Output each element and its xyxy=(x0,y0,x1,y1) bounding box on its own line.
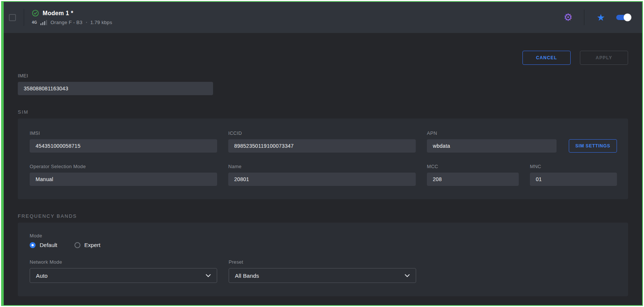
network-mode-field: Network Mode Auto xyxy=(30,259,217,283)
name-input[interactable] xyxy=(228,173,416,186)
mnc-label: MNC xyxy=(530,164,617,169)
mode-label: Mode xyxy=(30,233,617,238)
header: Modem 1 * 4G Orange F - B3 1.79 kbps ⚙ ★ xyxy=(4,2,642,33)
frequency-bands-section-label: FREQUENCY BANDS xyxy=(18,213,628,219)
mcc-field: MCC xyxy=(427,164,519,186)
apn-input[interactable] xyxy=(427,139,557,153)
radio-unselected-icon xyxy=(74,242,80,248)
imsi-input[interactable] xyxy=(30,139,217,153)
sim-settings-button[interactable]: SIM SETTINGS xyxy=(569,139,617,153)
network-mode-dropdown[interactable]: Auto xyxy=(30,268,217,283)
star-icon[interactable]: ★ xyxy=(597,13,605,22)
iccid-input[interactable] xyxy=(228,139,416,153)
select-checkbox[interactable] xyxy=(9,14,16,21)
sim-panel: IMSI ICCID APN SIM SETTINGS Operator Sel… xyxy=(18,119,628,199)
operator-selection-mode-input[interactable] xyxy=(30,173,217,186)
gear-icon[interactable]: ⚙ xyxy=(564,13,572,23)
enable-toggle[interactable] xyxy=(616,15,630,20)
toggle-knob xyxy=(624,14,631,21)
apn-label: APN xyxy=(427,130,557,136)
name-field: Name xyxy=(228,164,416,186)
preset-field: Preset All Bands xyxy=(229,259,416,283)
header-divider xyxy=(24,9,24,26)
preset-label: Preset xyxy=(229,259,416,265)
check-circle-icon xyxy=(32,10,39,17)
header-right-divider xyxy=(584,10,584,25)
mnc-input[interactable] xyxy=(530,173,617,186)
imei-label: IMEI xyxy=(18,73,213,79)
network-type-badge: 4G xyxy=(32,20,37,24)
form-actions: CANCEL APPLY xyxy=(18,51,628,65)
radio-selected-icon xyxy=(30,242,36,248)
sim-row-1: IMSI ICCID APN SIM SETTINGS xyxy=(30,130,617,153)
name-label: Name xyxy=(228,164,416,169)
radio-default-label: Default xyxy=(40,242,57,248)
imsi-field: IMSI xyxy=(30,130,217,153)
modem-title: Modem 1 * xyxy=(43,10,73,17)
throughput-label: 1.79 kbps xyxy=(90,20,112,25)
signal-strength-icon xyxy=(40,20,47,25)
mode-radio-group: Default Expert xyxy=(30,242,617,248)
imei-input[interactable] xyxy=(18,82,213,95)
operator-label: Orange F - B3 xyxy=(50,20,82,25)
modem-identity: Modem 1 * 4G Orange F - B3 1.79 kbps xyxy=(32,10,112,25)
header-actions: ⚙ ★ xyxy=(564,10,642,25)
radio-default[interactable]: Default xyxy=(30,242,57,248)
chevron-down-icon xyxy=(206,274,211,277)
settings-form: CANCEL APPLY IMEI SIM IMSI ICCID APN xyxy=(4,51,642,296)
dot-separator xyxy=(86,22,87,23)
imei-field: IMEI xyxy=(18,73,213,95)
apply-button[interactable]: APPLY xyxy=(580,51,628,65)
preset-dropdown[interactable]: All Bands xyxy=(229,268,416,283)
chevron-down-icon xyxy=(405,274,410,277)
sim-section-label: SIM xyxy=(18,109,628,115)
iccid-field: ICCID xyxy=(228,130,416,153)
network-mode-label: Network Mode xyxy=(30,259,217,265)
operator-selection-mode-label: Operator Selection Mode xyxy=(30,164,217,169)
cancel-button[interactable]: CANCEL xyxy=(522,51,571,65)
dropdown-row: Network Mode Auto Preset All Bands xyxy=(30,259,617,283)
iccid-label: ICCID xyxy=(228,130,416,136)
mcc-input[interactable] xyxy=(427,173,519,186)
network-mode-value: Auto xyxy=(36,273,48,279)
mnc-field: MNC xyxy=(530,164,617,186)
operator-selection-mode-field: Operator Selection Mode xyxy=(30,164,217,186)
imsi-label: IMSI xyxy=(30,130,217,136)
preset-value: All Bands xyxy=(235,273,259,279)
modem-card-frame: Modem 1 * 4G Orange F - B3 1.79 kbps ⚙ ★ xyxy=(1,1,643,306)
frequency-bands-panel: Mode Default Expert Network Mode Auto xyxy=(18,223,628,296)
radio-expert-label: Expert xyxy=(84,242,100,248)
sim-row-2: Operator Selection Mode Name MCC MNC xyxy=(30,164,617,186)
mcc-label: MCC xyxy=(427,164,519,169)
apn-field: APN xyxy=(427,130,557,153)
radio-expert[interactable]: Expert xyxy=(74,242,100,248)
